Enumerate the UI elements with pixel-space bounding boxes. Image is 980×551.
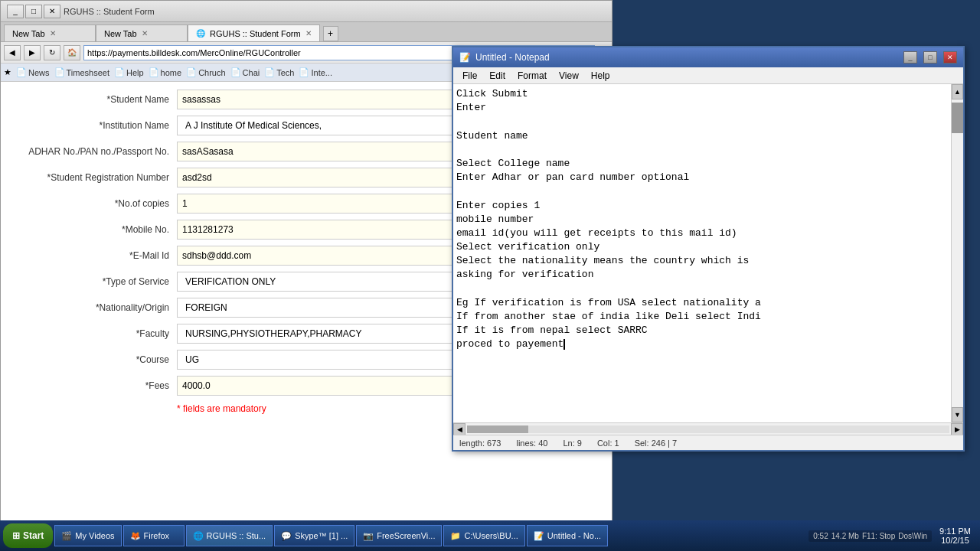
email-label: *E-Mail Id: [16, 250, 169, 261]
bookmark-inte[interactable]: 📄 Inte...: [299, 67, 332, 77]
scroll-thumb[interactable]: [952, 103, 963, 133]
browser-close[interactable]: ✕: [44, 5, 60, 18]
adhar-label: ADHAR No./PAN no./Passport No.: [16, 146, 169, 157]
notepad-scroll-area[interactable]: Click Submit Enter Student name Select C…: [453, 84, 951, 422]
bookmark-home[interactable]: 📄 home: [149, 67, 182, 77]
scroll-up-btn[interactable]: ▲: [952, 84, 963, 99]
hscroll-track[interactable]: [467, 425, 949, 433]
notepad-minimize[interactable]: _: [903, 51, 917, 64]
nationality-label: *Nationality/Origin: [16, 302, 169, 313]
myvideos-icon: 🎬: [61, 531, 72, 541]
bookmark-tech[interactable]: 📄 Tech: [264, 67, 294, 77]
firefox-icon: 🦊: [130, 531, 141, 541]
rguhs-icon: 🌐: [196, 29, 205, 37]
tab-close-3[interactable]: ✕: [305, 29, 312, 37]
nationality-select[interactable]: FOREIGN: [177, 298, 475, 318]
text-cursor: [564, 339, 565, 350]
back-button[interactable]: ◀: [4, 45, 21, 60]
taskbar-freescreen[interactable]: 📷 FreeScreenVi...: [356, 525, 442, 546]
refresh-button[interactable]: ↻: [44, 45, 60, 60]
bookmark-inte-icon: 📄: [299, 67, 309, 77]
faculty-select[interactable]: NURSING,PHYSIOTHERAPY,PHARMACY: [177, 324, 475, 344]
tab-new-1[interactable]: New Tab ✕: [4, 24, 96, 41]
star-icon: ★: [4, 67, 11, 77]
notepad-statusbar: length: 673 lines: 40 Ln: 9 Col: 1 Sel: …: [453, 435, 963, 450]
hscroll-thumb[interactable]: [467, 425, 528, 433]
institution-select[interactable]: A J Institute Of Medical Sciences,: [177, 116, 475, 135]
browser-maximize[interactable]: □: [25, 5, 42, 18]
copies-input[interactable]: [177, 194, 475, 214]
mobile-input[interactable]: [177, 220, 475, 240]
faculty-row: *Faculty NURSING,PHYSIOTHERAPY,PHARMACY: [16, 324, 475, 344]
notepad-ln: Ln: 9: [563, 439, 581, 448]
taskbar-clock: 9:11 PM 10/2/15: [933, 527, 977, 545]
notepad-col: Col: 1: [597, 439, 619, 448]
clock-date: 10/2/15: [939, 536, 971, 545]
service-select[interactable]: VERIFICATION ONLY: [177, 272, 475, 292]
reg-number-label: *Student Registration Number: [16, 172, 169, 183]
menu-edit[interactable]: Edit: [483, 67, 511, 83]
bookmark-news[interactable]: 📄 News: [16, 67, 50, 77]
notepad-vscrollbar[interactable]: ▲ ▼: [951, 84, 963, 422]
menu-view[interactable]: View: [553, 67, 585, 83]
tab-rguhs[interactable]: 🌐 RGUHS :: Student Form ✕: [188, 24, 320, 41]
mobile-row: *Mobile No.: [16, 220, 475, 240]
menu-format[interactable]: Format: [511, 67, 553, 83]
bookmark-timesheet-icon: 📄: [54, 67, 65, 77]
taskbar-firefox[interactable]: 🦊 Firefox: [123, 525, 185, 546]
tab-close-2[interactable]: ✕: [142, 29, 148, 37]
menu-help[interactable]: Help: [585, 67, 616, 83]
bookmark-home-icon: 📄: [149, 67, 159, 77]
nationality-row: *Nationality/Origin FOREIGN: [16, 298, 475, 318]
scroll-right-btn[interactable]: ▶: [951, 423, 963, 435]
new-tab-button[interactable]: +: [323, 26, 338, 41]
forward-button[interactable]: ▶: [24, 45, 41, 60]
tab-bar: New Tab ✕ New Tab ✕ 🌐 RGUHS :: Student F…: [1, 22, 612, 42]
notepad-sel: Sel: 246 | 7: [635, 439, 677, 448]
notepad-maximize[interactable]: □: [923, 51, 937, 64]
tab-close-1[interactable]: ✕: [50, 29, 56, 37]
taskbar-myvideos[interactable]: 🎬 My Videos: [54, 525, 121, 546]
notepad-hscrollbar[interactable]: ◀ ▶: [453, 422, 963, 435]
email-input[interactable]: [177, 246, 475, 266]
bookmark-news-icon: 📄: [16, 67, 27, 77]
tray-memory: 14.2 Mb: [831, 532, 859, 540]
taskbar-rguhs[interactable]: 🌐 RGUHS :: Stu...: [186, 525, 273, 546]
taskbar-notepad[interactable]: 📝 Untitled - No...: [527, 525, 608, 546]
email-row: *E-Mail Id: [16, 246, 475, 266]
scroll-down-btn[interactable]: ▼: [952, 407, 963, 422]
bookmark-chruch-icon: 📄: [186, 67, 197, 77]
browser-minimize[interactable]: _: [7, 5, 24, 18]
adhar-field-wrap: ℹ: [177, 142, 475, 161]
menu-file[interactable]: File: [456, 67, 483, 83]
fees-row: *Fees: [16, 376, 475, 396]
notepad-window: 📝 Untitled - Notepad _ □ ✕ File Edit For…: [452, 46, 965, 452]
scroll-left-btn[interactable]: ◀: [453, 423, 466, 435]
bookmark-chai[interactable]: 📄 Chai: [230, 67, 260, 77]
explorer-icon: 📁: [450, 531, 461, 541]
bookmark-tech-icon: 📄: [264, 67, 275, 77]
mandatory-note: * fields are mandatory: [177, 403, 475, 414]
student-name-row: *Student Name ✎: [16, 90, 475, 109]
tab-new-2[interactable]: New Tab ✕: [96, 24, 188, 41]
notepad-menubar: File Edit Format View Help: [453, 67, 963, 84]
course-select[interactable]: UG: [177, 350, 475, 370]
institution-row: *Institution Name A J Institute Of Medic…: [16, 116, 475, 135]
taskbar: ⊞ Start 🎬 My Videos 🦊 Firefox 🌐 RGUHS ::…: [0, 520, 980, 551]
taskbar-skype[interactable]: 💬 Skype™ [1] ...: [274, 525, 354, 546]
start-button[interactable]: ⊞ Start: [3, 523, 53, 548]
bookmark-timesheet[interactable]: 📄 Timeshseet: [54, 67, 109, 77]
home-nav-button[interactable]: 🏠: [64, 45, 80, 60]
copies-label: *No.of copies: [16, 198, 169, 209]
taskbar-explorer[interactable]: 📁 C:\Users\BU...: [443, 525, 524, 546]
notepad-close[interactable]: ✕: [943, 51, 957, 64]
reg-number-input[interactable]: [177, 168, 475, 187]
bookmark-help[interactable]: 📄 Help: [114, 67, 144, 77]
clock-time: 9:11 PM: [939, 527, 971, 536]
adhar-input[interactable]: [177, 142, 475, 161]
fees-input[interactable]: [177, 376, 475, 396]
bookmark-chruch[interactable]: 📄 Chruch: [186, 67, 225, 77]
student-name-label: *Student Name: [16, 94, 169, 105]
notepad-text-area: Click Submit Enter Student name Select C…: [453, 84, 963, 422]
student-name-input[interactable]: [177, 90, 475, 109]
